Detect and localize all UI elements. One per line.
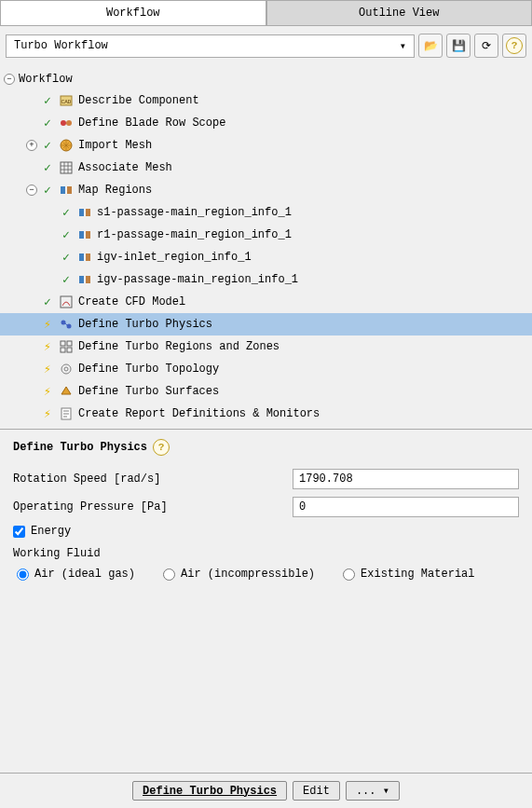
collapse-icon[interactable]: −: [26, 185, 37, 196]
svg-rect-8: [79, 209, 84, 216]
check-icon: ✓: [60, 272, 73, 287]
edit-button[interactable]: Edit: [293, 781, 340, 801]
associate-icon: [58, 160, 75, 175]
report-icon: [58, 406, 75, 421]
rotation-input[interactable]: [293, 469, 519, 489]
svg-point-23: [61, 364, 71, 374]
svg-point-18: [67, 324, 72, 329]
energy-checkbox[interactable]: [13, 526, 25, 538]
check-icon: ✓: [41, 294, 54, 309]
save-button[interactable]: 💾: [446, 34, 471, 58]
tree-item[interactable]: ⚡Define Turbo Physics: [0, 313, 532, 336]
panel-help-button[interactable]: ?: [153, 439, 170, 456]
radio-air-ideal-label: Air (ideal gas): [34, 568, 135, 581]
refresh-icon: ⟳: [482, 39, 491, 53]
tree-item-label: igv-inlet_region_info_1: [97, 251, 252, 264]
tree-item[interactable]: ⚡Define Turbo Regions and Zones: [0, 336, 532, 358]
tree-item[interactable]: ⚡Create Report Definitions & Monitors: [0, 403, 532, 425]
map-icon: [58, 183, 75, 198]
tree-item[interactable]: ✓r1-passage-main_region_info_1: [0, 224, 532, 246]
chevron-down-icon: ▾: [400, 39, 406, 53]
pressure-input[interactable]: [293, 497, 519, 517]
tree-item-label: Describe Component: [78, 94, 199, 107]
tree-item[interactable]: −✓Map Regions: [0, 179, 532, 201]
svg-rect-19: [61, 341, 65, 346]
tree-item-label: r1-passage-main_region_info_1: [97, 228, 292, 241]
tree-item[interactable]: ✓igv-inlet_region_info_1: [0, 246, 532, 268]
svg-rect-5: [61, 162, 72, 173]
check-icon: ✓: [41, 138, 54, 153]
dropdown-value: Turbo Workflow: [14, 39, 108, 52]
cfd-icon: [58, 294, 75, 309]
svg-rect-13: [86, 253, 90, 261]
tree-item[interactable]: ✓igv-passage-main_region_info_1: [0, 268, 532, 291]
folder-icon: 📂: [424, 39, 438, 53]
blade-icon: [58, 116, 75, 130]
physics-panel: Define Turbo Physics ? Rotation Speed [r…: [0, 429, 532, 773]
more-label: ...: [356, 785, 376, 798]
tree-item[interactable]: ✓CADDescribe Component: [0, 89, 532, 112]
tree-item-label: Define Turbo Topology: [78, 363, 219, 376]
tree-item[interactable]: ✓Create CFD Model: [0, 291, 532, 313]
tree-item-label: Create Report Definitions & Monitors: [78, 407, 320, 420]
topology-icon: [58, 362, 75, 377]
tree-item[interactable]: ✓Associate Mesh: [0, 157, 532, 179]
tab-workflow[interactable]: Workflow: [0, 0, 266, 25]
tree-item-label: s1-passage-main_region_info_1: [97, 206, 292, 219]
tree-item[interactable]: ⚡Define Turbo Surfaces: [0, 380, 532, 403]
tree-item-label: Define Turbo Physics: [78, 318, 212, 331]
tree-item[interactable]: ⚡Define Turbo Topology: [0, 358, 532, 380]
region-icon: [76, 205, 93, 220]
help-icon: ?: [506, 37, 523, 54]
open-folder-button[interactable]: 📂: [418, 34, 443, 58]
tree-root[interactable]: − Workflow: [0, 69, 532, 89]
pressure-label: Operating Pressure [Pa]: [13, 500, 293, 514]
check-icon: ✓: [41, 93, 54, 108]
region-icon: [76, 272, 93, 287]
radio-existing-input[interactable]: [343, 568, 355, 581]
bolt-icon: ⚡: [41, 406, 54, 421]
tab-outline[interactable]: Outline View: [266, 0, 533, 25]
svg-rect-9: [86, 209, 90, 216]
svg-point-2: [61, 120, 66, 126]
svg-rect-11: [86, 231, 90, 239]
check-icon: ✓: [60, 250, 73, 265]
radio-air-ideal[interactable]: Air (ideal gas): [17, 568, 135, 581]
refresh-button[interactable]: ⟳: [474, 34, 498, 58]
tree-item-label: Import Mesh: [78, 139, 152, 152]
tree-item[interactable]: ✓Define Blade Row Scope: [0, 112, 532, 134]
energy-label: Energy: [31, 525, 71, 538]
radio-existing[interactable]: Existing Material: [343, 568, 474, 581]
workflow-dropdown[interactable]: Turbo Workflow ▾: [6, 34, 415, 58]
collapse-icon[interactable]: −: [4, 74, 15, 85]
bolt-icon: ⚡: [41, 339, 54, 354]
region-icon: [76, 250, 93, 265]
define-button[interactable]: Define Turbo Physics: [132, 781, 287, 801]
radio-air-incomp-input[interactable]: [163, 568, 175, 581]
workflow-tree: − Workflow ✓CADDescribe Component✓Define…: [0, 65, 532, 429]
svg-point-17: [61, 321, 66, 325]
radio-air-incomp-label: Air (incompressible): [181, 568, 315, 581]
tree-item[interactable]: ✓s1-passage-main_region_info_1: [0, 201, 532, 224]
tree-item-label: Define Turbo Surfaces: [78, 385, 219, 398]
tree-item-label: Define Blade Row Scope: [78, 116, 225, 130]
more-button[interactable]: ... ▾: [346, 781, 400, 801]
help-button[interactable]: ?: [502, 34, 526, 58]
save-icon: 💾: [452, 39, 466, 53]
fluid-label: Working Fluid: [13, 547, 519, 560]
check-icon: ✓: [60, 205, 73, 220]
check-icon: ✓: [41, 160, 54, 175]
expand-icon[interactable]: +: [26, 140, 37, 151]
svg-text:CAD: CAD: [61, 99, 72, 105]
bolt-icon: ⚡: [41, 362, 54, 377]
radio-air-ideal-input[interactable]: [17, 568, 29, 581]
tree-item-label: igv-passage-main_region_info_1: [97, 273, 298, 286]
radio-air-incomp[interactable]: Air (incompressible): [163, 568, 315, 581]
svg-rect-22: [67, 348, 72, 352]
tree-item[interactable]: +✓Import Mesh: [0, 134, 532, 157]
svg-rect-6: [61, 186, 65, 194]
svg-rect-14: [79, 276, 84, 283]
tree-item-label: Define Turbo Regions and Zones: [78, 340, 280, 353]
svg-rect-7: [67, 186, 72, 194]
bolt-icon: ⚡: [41, 384, 54, 399]
